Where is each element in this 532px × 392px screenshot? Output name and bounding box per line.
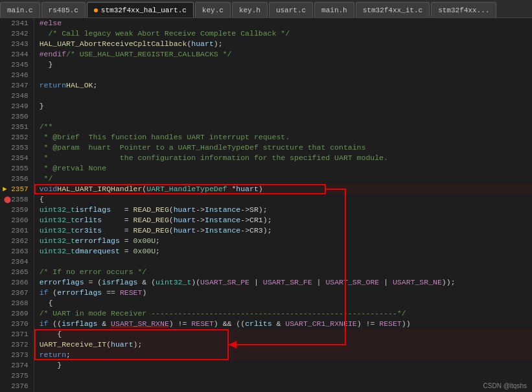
code-line-2370: if ((isrflags & USART_SR_RXNE) != RESET)… xyxy=(40,319,532,329)
gutter-line-2375: 2375 xyxy=(3,371,29,381)
code-line-2361: uint32_t cr3its = READ_REG(huart->Instan… xyxy=(40,225,532,236)
gutter-line-2368: 2368 xyxy=(3,298,29,308)
gutter-line-2343: 2343 xyxy=(3,39,29,49)
gutter-line-2351: 2351 xyxy=(3,122,29,132)
gutter-line-2365: 2365 xyxy=(3,267,29,277)
code-line-2351: /** xyxy=(40,122,532,132)
tab-rs485_c[interactable]: rs485.c xyxy=(41,2,86,17)
code-line-2347: return HAL_OK; xyxy=(40,80,532,91)
code-line-2362: uint32_t errorflags = 0x00U; xyxy=(40,236,532,246)
tab-label: stm32f4xx_it.c xyxy=(363,6,422,14)
gutter-line-2345: 2345 xyxy=(3,60,29,70)
code-line-2367: if (errorflags == RESET) xyxy=(40,288,532,298)
code-line-2353: * @param huart Pointer to a UART_HandleT… xyxy=(40,143,532,153)
tab-label: key.c xyxy=(202,6,224,14)
tab-label: stm32f4xx_hal_uart.c xyxy=(101,6,187,14)
code-line-2349: } xyxy=(40,101,532,111)
tab-stm32f4xx_it_c[interactable]: stm32f4xx_it.c xyxy=(356,2,430,17)
tab-stm32f4xx_hal_uart_c[interactable]: stm32f4xx_hal_uart.c xyxy=(87,2,194,17)
gutter-line-2376: 2376 xyxy=(3,381,29,391)
gutter-line-2342: 2342 xyxy=(3,29,29,39)
gutter-line-2357: ► 2357 xyxy=(3,184,29,194)
gutter-line-2347: 2347 xyxy=(3,80,29,91)
code-line-2354: * the configuration information for the … xyxy=(40,153,532,163)
gutter-line-2366: 2366 xyxy=(3,277,29,288)
line-number-gutter: 2341234223432344234523462347234823492350… xyxy=(0,18,34,392)
code-line-2373: return; xyxy=(40,350,532,360)
code-line-2357: void HAL_UART_IRQHandler(UART_HandleType… xyxy=(40,184,532,194)
tab-key_h[interactable]: key.h xyxy=(232,2,268,17)
gutter-line-2352: 2352 xyxy=(3,132,29,143)
code-line-2352: * @brief This function handles UART inte… xyxy=(40,132,532,143)
gutter-line-2359: 2359 xyxy=(3,205,29,215)
gutter-line-2354: 2354 xyxy=(3,153,29,163)
code-line-2344: #endif /* USE_HAL_UART_REGISTER_CALLBACK… xyxy=(40,49,532,60)
tab-label: key.h xyxy=(239,6,260,14)
code-line-2348 xyxy=(40,91,532,101)
gutter-line-2369: 2369 xyxy=(3,308,29,319)
code-line-2376 xyxy=(40,381,532,391)
code-line-2371: { xyxy=(40,329,532,340)
tab-label: usart.c xyxy=(276,6,306,14)
gutter-line-2346: 2346 xyxy=(3,70,29,80)
gutter-line-2360: 2360 xyxy=(3,215,29,225)
code-line-2374: } xyxy=(40,360,532,371)
gutter-line-2364: 2364 xyxy=(3,257,29,267)
code-line-2363: uint32_t dmarequest = 0x00U; xyxy=(40,246,532,257)
tab-modified-dot xyxy=(94,8,98,12)
code-line-2342: /* Call legacy weak Abort Receive Comple… xyxy=(40,29,532,39)
code-line-2358: { xyxy=(40,194,532,205)
editor-area: 2341234223432344234523462347234823492350… xyxy=(0,18,532,392)
gutter-line-2355: 2355 xyxy=(3,163,29,174)
code-line-2341: #else xyxy=(40,18,532,29)
gutter-line-2341: 2341 xyxy=(3,18,29,29)
gutter-line-2367: 2367 xyxy=(3,288,29,298)
code-line-2350 xyxy=(40,111,532,122)
gutter-line-2353: 2353 xyxy=(3,143,29,153)
tab-stm32f4xx2[interactable]: stm32f4xx... xyxy=(431,2,496,17)
tab-main_h[interactable]: main.h xyxy=(314,2,354,17)
tab-main_c[interactable]: main.c xyxy=(0,2,40,17)
code-line-2364 xyxy=(40,257,532,267)
tab-label: stm32f4xx... xyxy=(438,6,489,14)
gutter-line-2374: 2374 xyxy=(3,360,29,371)
tab-label: main.h xyxy=(321,6,347,14)
code-line-2368: { xyxy=(40,298,532,308)
tab-label: rs485.c xyxy=(49,6,78,14)
code-line-2375 xyxy=(40,371,532,381)
code-line-2345: } xyxy=(40,60,532,70)
gutter-line-2350: 2350 xyxy=(3,111,29,122)
code-area[interactable]: CSDN @ltqshs #else /* Call legacy weak A… xyxy=(34,18,532,392)
code-line-2365: /* If no error occurs */ xyxy=(40,267,532,277)
tab-usart_c[interactable]: usart.c xyxy=(269,2,313,17)
gutter-line-2373: 2373 xyxy=(3,350,29,360)
code-line-2359: uint32_t isrflags = READ_REG(huart->Inst… xyxy=(40,205,532,215)
gutter-line-2371: 2371 xyxy=(3,329,29,340)
code-line-2372: UART_Receive_IT(huart); xyxy=(40,340,532,350)
tab-key_c[interactable]: key.c xyxy=(195,2,231,17)
gutter-line-2356: 2356 xyxy=(3,174,29,184)
tab-bar: main.crs485.cstm32f4xx_hal_uart.ckey.cke… xyxy=(0,0,532,18)
gutter-line-2370: 2370 xyxy=(3,319,29,329)
code-line-2366: errorflags = (isrflags & (uint32_t)(USAR… xyxy=(40,277,532,288)
code-line-2360: uint32_t crlits = READ_REG(huart->Instan… xyxy=(40,215,532,225)
code-line-2369: /* UART in mode Receiver ---------------… xyxy=(40,308,532,319)
gutter-line-2348: 2348 xyxy=(3,91,29,101)
gutter-line-2361: 2361 xyxy=(3,225,29,236)
tab-label: main.c xyxy=(7,6,33,14)
gutter-line-2358: ⬤2358 xyxy=(3,194,29,205)
code-line-2343: HAL_UART_AbortReceiveCpltCallback(huart)… xyxy=(40,39,532,49)
gutter-line-2362: 2362 xyxy=(3,236,29,246)
code-line-2356: */ xyxy=(40,174,532,184)
gutter-line-2372: 2372 xyxy=(3,340,29,350)
gutter-line-2363: 2363 xyxy=(3,246,29,257)
code-line-2346 xyxy=(40,70,532,80)
gutter-line-2344: 2344 xyxy=(3,49,29,60)
code-line-2355: * @retval None xyxy=(40,163,532,174)
gutter-line-2349: 2349 xyxy=(3,101,29,111)
